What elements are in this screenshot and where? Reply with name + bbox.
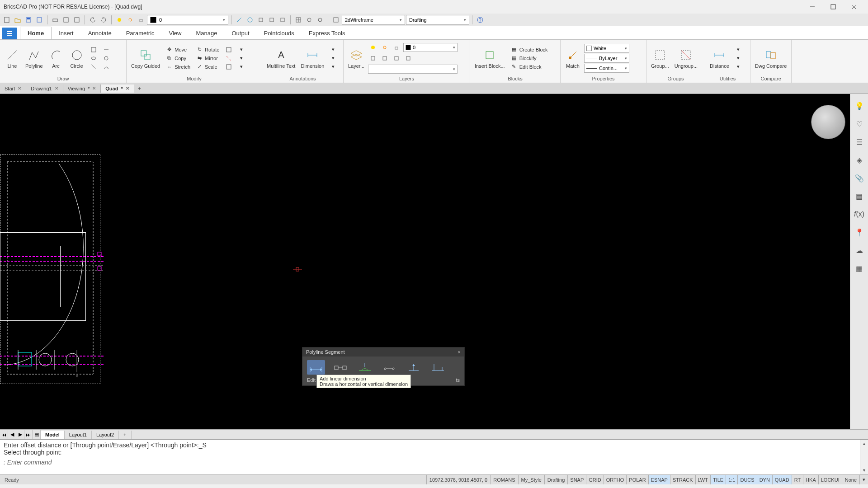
status-workspace[interactable]: Drafting [544, 475, 568, 484]
status-dimstyle[interactable]: My_Style [518, 475, 544, 484]
insert-block-button[interactable]: Insert Block... [473, 47, 507, 70]
layout-tab-layout2[interactable]: Layout2 [92, 431, 119, 439]
qat-open-icon[interactable] [13, 15, 23, 25]
quad-aligned-dim-button[interactable] [331, 360, 349, 375]
copy-button[interactable]: ⧉Copy [164, 54, 192, 62]
app-menu-button[interactable] [2, 28, 17, 39]
draw-misc3-button[interactable] [88, 63, 99, 71]
qat-print-preview-icon[interactable] [61, 15, 71, 25]
quad-arc-dim-button[interactable] [356, 360, 374, 375]
qat-print-icon[interactable] [50, 15, 60, 25]
qat-layer-light-icon[interactable] [114, 15, 124, 25]
doc-tab-start[interactable]: Start✕ [0, 84, 26, 93]
status-toggle-snap[interactable]: SNAP [567, 475, 586, 484]
viewcube[interactable] [811, 105, 845, 139]
close-icon[interactable]: ✕ [92, 86, 96, 91]
dimension-button[interactable]: Dimension [299, 47, 326, 70]
quad-baseline-dim-button[interactable] [405, 360, 423, 375]
qat-tool3-icon[interactable] [278, 15, 288, 25]
cmd-scroll-down-button[interactable]: ▼ [860, 466, 868, 474]
status-toggle-dyn[interactable]: DYN [757, 475, 772, 484]
doc-tab-add-button[interactable]: + [134, 84, 145, 93]
ribbon-tab-view[interactable]: View [162, 27, 189, 39]
blockify-button[interactable]: ▦Blockify [509, 54, 550, 62]
quad-close-button[interactable]: × [458, 349, 461, 355]
stretch-button[interactable]: ↔Stretch [164, 63, 192, 71]
status-textstyle[interactable]: ROMANS [490, 475, 518, 484]
create-block-button[interactable]: ▦Create Block [509, 46, 550, 54]
qat-render-icon[interactable] [331, 15, 341, 25]
qat-layer-sun-icon[interactable] [125, 15, 135, 25]
qat-visual-style-combo[interactable]: 2dWireframe [342, 15, 405, 25]
qat-constraint-icon[interactable] [234, 15, 244, 25]
close-icon[interactable]: ✕ [18, 86, 21, 91]
side-panel-layers-icon[interactable]: ◈ [854, 155, 865, 165]
layer-state1-icon[interactable] [368, 42, 378, 52]
side-panel-cloud-icon[interactable]: ☁ [854, 245, 865, 256]
status-toggle-ortho[interactable]: ORTHO [604, 475, 627, 484]
layout-nav-prev-button[interactable]: ◀ [8, 430, 16, 439]
qat-param-icon[interactable] [245, 15, 255, 25]
modify-misc6-button[interactable]: ▾ [236, 63, 247, 71]
qat-tool4-icon[interactable] [304, 15, 314, 25]
ribbon-tab-express-tools[interactable]: Express Tools [302, 27, 353, 39]
quad-ordinate-dim-button[interactable] [429, 360, 447, 375]
status-toggle-hka[interactable]: HKA [803, 475, 818, 484]
ribbon-tab-insert[interactable]: Insert [52, 27, 81, 39]
util-misc2-button[interactable]: ▾ [733, 54, 744, 62]
prop-linetype-combo[interactable]: ByLayer [584, 54, 629, 63]
layer-state2-icon[interactable] [380, 42, 390, 52]
qat-new-icon[interactable] [2, 15, 12, 25]
ribbon-tab-output[interactable]: Output [224, 27, 256, 39]
status-toggle-quad[interactable]: QUAD [772, 475, 792, 484]
status-toggle-tile[interactable]: TILE [710, 475, 726, 484]
ungroup-button[interactable]: Ungroup... [673, 47, 699, 70]
layer-state3-icon[interactable] [392, 42, 401, 52]
quad-continue-dim-button[interactable] [380, 360, 398, 375]
qat-help-icon[interactable]: ? [475, 15, 485, 25]
qat-grid-icon[interactable] [293, 15, 303, 25]
modify-misc2-button[interactable] [223, 54, 234, 62]
mtext-button[interactable]: AMultiline Text [265, 47, 297, 70]
modify-misc1-button[interactable] [223, 46, 234, 54]
layout-nav-next-button[interactable]: ▶ [16, 430, 24, 439]
close-icon[interactable]: ✕ [126, 86, 129, 91]
command-window[interactable]: Enter offset distance or [Through point/… [0, 439, 868, 474]
draw-misc1-button[interactable] [88, 46, 99, 54]
window-minimize-button[interactable] [802, 0, 823, 14]
side-panel-bulb-icon[interactable]: 💡 [854, 100, 865, 111]
side-panel-structure-icon[interactable]: ▤ [854, 191, 865, 202]
group-button[interactable]: Group... [649, 47, 671, 70]
layout-nav-first-button[interactable]: ⏮ [0, 430, 8, 439]
ribbon-tab-pointclouds[interactable]: Pointclouds [257, 27, 302, 39]
status-toggle-lwt[interactable]: LWT [695, 475, 710, 484]
status-toggle-1:1[interactable]: 1:1 [726, 475, 737, 484]
side-panel-tips-icon[interactable]: ♡ [854, 118, 865, 129]
status-toggle-strack[interactable]: STRACK [670, 475, 695, 484]
qat-tool2-icon[interactable] [267, 15, 277, 25]
qat-tool-icon[interactable] [256, 15, 266, 25]
status-menu-button[interactable]: ▾ [859, 475, 868, 484]
edit-block-button[interactable]: ✎Edit Block [509, 63, 550, 71]
layer-tool3-icon[interactable] [392, 53, 401, 63]
layout-tab-model[interactable]: Model [41, 431, 65, 439]
util-misc3-button[interactable]: ▾ [733, 63, 744, 71]
rotate-button[interactable]: ↻Rotate [194, 46, 221, 54]
side-panel-settings-icon[interactable]: ☰ [854, 136, 865, 147]
qat-layer-combo[interactable]: 0 [147, 15, 228, 25]
layout-tab-layout1[interactable]: Layout1 [65, 431, 92, 439]
anno-misc1-button[interactable]: ▾ [328, 46, 339, 54]
scale-button[interactable]: ⤢Scale [194, 63, 221, 71]
qat-save-icon[interactable] [24, 15, 33, 25]
layout-tab-add-button[interactable]: + [119, 431, 131, 439]
qat-workspace-combo[interactable]: Drafting [406, 15, 469, 25]
layer-tool2-icon[interactable] [380, 53, 390, 63]
qat-undo-icon[interactable] [88, 15, 98, 25]
status-toggle-lockui[interactable]: LOCKUI [818, 475, 842, 484]
side-panel-attach-icon[interactable]: 📎 [854, 173, 865, 183]
prop-lineweight-combo[interactable]: Contin... [584, 64, 629, 73]
status-toggle-polar[interactable]: POLAR [626, 475, 648, 484]
ribbon-tab-home[interactable]: Home [20, 27, 52, 39]
status-annoscale[interactable]: None [842, 475, 859, 484]
layer-combo2[interactable] [368, 65, 458, 74]
